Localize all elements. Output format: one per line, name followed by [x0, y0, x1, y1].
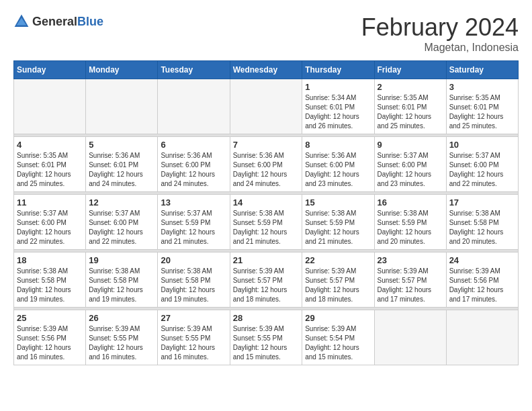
day-number: 18	[17, 255, 83, 265]
calendar-cell: 20Sunrise: 5:38 AM Sunset: 5:58 PM Dayli…	[158, 253, 230, 308]
day-info: Sunrise: 5:38 AM Sunset: 5:58 PM Dayligh…	[449, 209, 515, 246]
calendar-cell	[446, 310, 518, 365]
calendar-week-4: 18Sunrise: 5:38 AM Sunset: 5:58 PM Dayli…	[14, 253, 519, 308]
weekday-header-monday: Monday	[86, 61, 158, 79]
calendar-cell: 14Sunrise: 5:38 AM Sunset: 5:59 PM Dayli…	[230, 195, 302, 250]
calendar-cell	[230, 79, 302, 134]
day-info: Sunrise: 5:39 AM Sunset: 5:57 PM Dayligh…	[233, 267, 300, 304]
day-number: 25	[17, 313, 83, 323]
calendar-cell	[14, 79, 86, 134]
day-number: 23	[378, 255, 443, 265]
calendar-cell: 9Sunrise: 5:37 AM Sunset: 6:00 PM Daylig…	[374, 137, 446, 192]
day-number: 11	[17, 197, 83, 208]
calendar-cell	[158, 79, 230, 134]
day-number: 27	[161, 313, 226, 323]
day-info: Sunrise: 5:37 AM Sunset: 6:00 PM Dayligh…	[449, 151, 515, 189]
location-title: Magetan, Indonesia	[361, 42, 519, 54]
weekday-header-friday: Friday	[374, 61, 446, 79]
title-area: February 2024 Magetan, Indonesia	[361, 13, 519, 54]
calendar-week-3: 11Sunrise: 5:37 AM Sunset: 6:00 PM Dayli…	[14, 195, 519, 250]
calendar-cell: 8Sunrise: 5:36 AM Sunset: 6:00 PM Daylig…	[302, 137, 374, 192]
logo: GeneralBlue	[13, 13, 103, 30]
calendar-cell: 11Sunrise: 5:37 AM Sunset: 6:00 PM Dayli…	[14, 195, 86, 250]
calendar-cell: 3Sunrise: 5:35 AM Sunset: 6:01 PM Daylig…	[446, 79, 518, 134]
logo-icon	[13, 13, 30, 30]
day-info: Sunrise: 5:34 AM Sunset: 6:01 PM Dayligh…	[305, 93, 371, 131]
calendar-cell: 25Sunrise: 5:39 AM Sunset: 5:56 PM Dayli…	[14, 310, 86, 365]
day-info: Sunrise: 5:35 AM Sunset: 6:01 PM Dayligh…	[17, 151, 83, 189]
calendar-cell: 24Sunrise: 5:39 AM Sunset: 5:56 PM Dayli…	[446, 253, 518, 308]
calendar-cell: 7Sunrise: 5:36 AM Sunset: 6:00 PM Daylig…	[230, 137, 302, 192]
weekday-header-thursday: Thursday	[302, 61, 374, 79]
day-number: 9	[378, 140, 443, 150]
day-info: Sunrise: 5:35 AM Sunset: 6:01 PM Dayligh…	[378, 93, 443, 131]
day-number: 22	[305, 255, 371, 265]
calendar-cell: 17Sunrise: 5:38 AM Sunset: 5:58 PM Dayli…	[446, 195, 518, 250]
weekday-header-saturday: Saturday	[446, 61, 518, 79]
calendar-cell: 26Sunrise: 5:39 AM Sunset: 5:55 PM Dayli…	[86, 310, 158, 365]
calendar-cell: 1Sunrise: 5:34 AM Sunset: 6:01 PM Daylig…	[302, 79, 374, 134]
day-number: 29	[305, 313, 371, 323]
calendar-cell: 6Sunrise: 5:36 AM Sunset: 6:00 PM Daylig…	[158, 137, 230, 192]
day-number: 24	[449, 255, 515, 265]
day-info: Sunrise: 5:38 AM Sunset: 5:59 PM Dayligh…	[305, 209, 371, 246]
day-number: 13	[161, 197, 226, 208]
day-info: Sunrise: 5:37 AM Sunset: 6:00 PM Dayligh…	[378, 151, 443, 189]
day-number: 6	[161, 140, 226, 150]
day-number: 21	[233, 255, 300, 265]
day-number: 16	[378, 197, 443, 208]
weekday-header-tuesday: Tuesday	[158, 61, 230, 79]
day-number: 19	[89, 255, 154, 265]
day-info: Sunrise: 5:39 AM Sunset: 5:55 PM Dayligh…	[89, 324, 154, 362]
day-info: Sunrise: 5:36 AM Sunset: 6:00 PM Dayligh…	[161, 151, 226, 189]
day-info: Sunrise: 5:36 AM Sunset: 6:00 PM Dayligh…	[233, 151, 300, 189]
day-number: 28	[233, 313, 300, 323]
day-number: 8	[305, 140, 371, 150]
calendar-cell: 2Sunrise: 5:35 AM Sunset: 6:01 PM Daylig…	[374, 79, 446, 134]
day-number: 5	[89, 140, 154, 150]
day-number: 7	[233, 140, 300, 150]
calendar-cell: 15Sunrise: 5:38 AM Sunset: 5:59 PM Dayli…	[302, 195, 374, 250]
calendar-cell: 19Sunrise: 5:38 AM Sunset: 5:58 PM Dayli…	[86, 253, 158, 308]
day-info: Sunrise: 5:36 AM Sunset: 6:01 PM Dayligh…	[89, 151, 154, 189]
weekday-header-row: SundayMondayTuesdayWednesdayThursdayFrid…	[14, 61, 519, 79]
day-info: Sunrise: 5:39 AM Sunset: 5:55 PM Dayligh…	[161, 324, 226, 362]
weekday-header-sunday: Sunday	[14, 61, 86, 79]
calendar-cell: 16Sunrise: 5:38 AM Sunset: 5:59 PM Dayli…	[374, 195, 446, 250]
calendar-cell	[86, 79, 158, 134]
day-info: Sunrise: 5:39 AM Sunset: 5:55 PM Dayligh…	[233, 324, 300, 362]
day-info: Sunrise: 5:38 AM Sunset: 5:59 PM Dayligh…	[233, 209, 300, 246]
day-number: 2	[378, 82, 443, 92]
day-info: Sunrise: 5:39 AM Sunset: 5:57 PM Dayligh…	[378, 267, 443, 304]
calendar-cell: 10Sunrise: 5:37 AM Sunset: 6:00 PM Dayli…	[446, 137, 518, 192]
calendar-week-5: 25Sunrise: 5:39 AM Sunset: 5:56 PM Dayli…	[14, 310, 519, 365]
day-info: Sunrise: 5:35 AM Sunset: 6:01 PM Dayligh…	[449, 93, 515, 131]
day-number: 17	[449, 197, 515, 208]
day-number: 4	[17, 140, 83, 150]
day-info: Sunrise: 5:39 AM Sunset: 5:54 PM Dayligh…	[305, 324, 371, 362]
day-number: 12	[89, 197, 154, 208]
day-info: Sunrise: 5:39 AM Sunset: 5:57 PM Dayligh…	[305, 267, 371, 304]
day-number: 10	[449, 140, 515, 150]
calendar-week-2: 4Sunrise: 5:35 AM Sunset: 6:01 PM Daylig…	[14, 137, 519, 192]
calendar-cell: 23Sunrise: 5:39 AM Sunset: 5:57 PM Dayli…	[374, 253, 446, 308]
day-info: Sunrise: 5:39 AM Sunset: 5:56 PM Dayligh…	[17, 324, 83, 362]
calendar-cell: 4Sunrise: 5:35 AM Sunset: 6:01 PM Daylig…	[14, 137, 86, 192]
page-header: GeneralBlue February 2024 Magetan, Indon…	[13, 13, 519, 54]
day-number: 15	[305, 197, 371, 208]
day-info: Sunrise: 5:38 AM Sunset: 5:58 PM Dayligh…	[161, 267, 226, 304]
day-info: Sunrise: 5:37 AM Sunset: 6:00 PM Dayligh…	[17, 209, 83, 246]
calendar-cell: 29Sunrise: 5:39 AM Sunset: 5:54 PM Dayli…	[302, 310, 374, 365]
calendar-cell: 27Sunrise: 5:39 AM Sunset: 5:55 PM Dayli…	[158, 310, 230, 365]
day-number: 26	[89, 313, 154, 323]
day-number: 3	[449, 82, 515, 92]
calendar-cell: 13Sunrise: 5:37 AM Sunset: 5:59 PM Dayli…	[158, 195, 230, 250]
day-number: 14	[233, 197, 300, 208]
day-info: Sunrise: 5:38 AM Sunset: 5:59 PM Dayligh…	[378, 209, 443, 246]
day-info: Sunrise: 5:37 AM Sunset: 5:59 PM Dayligh…	[161, 209, 226, 246]
calendar-cell: 12Sunrise: 5:37 AM Sunset: 6:00 PM Dayli…	[86, 195, 158, 250]
day-info: Sunrise: 5:37 AM Sunset: 6:00 PM Dayligh…	[89, 209, 154, 246]
logo-blue: Blue	[77, 15, 103, 28]
day-info: Sunrise: 5:39 AM Sunset: 5:56 PM Dayligh…	[449, 267, 515, 304]
logo-general: General	[32, 15, 77, 28]
